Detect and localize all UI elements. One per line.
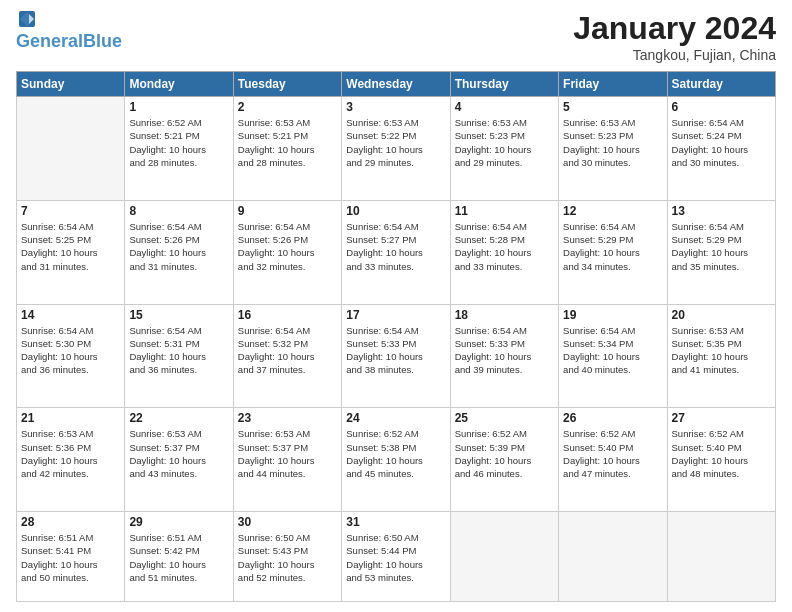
page: GeneralBlue January 2024 Tangkou, Fujian…	[0, 0, 792, 612]
day-number: 28	[21, 515, 120, 529]
calendar-cell: 19Sunrise: 6:54 AMSunset: 5:34 PMDayligh…	[559, 304, 667, 408]
week-row-2: 7Sunrise: 6:54 AMSunset: 5:25 PMDaylight…	[17, 200, 776, 304]
calendar-cell: 8Sunrise: 6:54 AMSunset: 5:26 PMDaylight…	[125, 200, 233, 304]
day-number: 22	[129, 411, 228, 425]
calendar-cell: 5Sunrise: 6:53 AMSunset: 5:23 PMDaylight…	[559, 97, 667, 201]
day-number: 17	[346, 308, 445, 322]
calendar-cell: 2Sunrise: 6:53 AMSunset: 5:21 PMDaylight…	[233, 97, 341, 201]
day-info: Sunrise: 6:54 AMSunset: 5:28 PMDaylight:…	[455, 220, 554, 273]
location: Tangkou, Fujian, China	[573, 47, 776, 63]
month-title: January 2024	[573, 10, 776, 47]
calendar-cell: 10Sunrise: 6:54 AMSunset: 5:27 PMDayligh…	[342, 200, 450, 304]
logo: GeneralBlue	[16, 10, 122, 52]
col-header-tuesday: Tuesday	[233, 72, 341, 97]
day-info: Sunrise: 6:53 AMSunset: 5:23 PMDaylight:…	[455, 116, 554, 169]
day-number: 21	[21, 411, 120, 425]
day-info: Sunrise: 6:54 AMSunset: 5:26 PMDaylight:…	[129, 220, 228, 273]
calendar-cell: 11Sunrise: 6:54 AMSunset: 5:28 PMDayligh…	[450, 200, 558, 304]
day-number: 5	[563, 100, 662, 114]
col-header-saturday: Saturday	[667, 72, 775, 97]
day-info: Sunrise: 6:51 AMSunset: 5:42 PMDaylight:…	[129, 531, 228, 584]
day-info: Sunrise: 6:53 AMSunset: 5:37 PMDaylight:…	[238, 427, 337, 480]
calendar-cell: 29Sunrise: 6:51 AMSunset: 5:42 PMDayligh…	[125, 512, 233, 602]
day-info: Sunrise: 6:54 AMSunset: 5:29 PMDaylight:…	[563, 220, 662, 273]
day-info: Sunrise: 6:54 AMSunset: 5:33 PMDaylight:…	[346, 324, 445, 377]
calendar-cell: 3Sunrise: 6:53 AMSunset: 5:22 PMDaylight…	[342, 97, 450, 201]
calendar-cell: 31Sunrise: 6:50 AMSunset: 5:44 PMDayligh…	[342, 512, 450, 602]
calendar-header-row: SundayMondayTuesdayWednesdayThursdayFrid…	[17, 72, 776, 97]
logo-line1: General	[16, 31, 83, 51]
day-number: 11	[455, 204, 554, 218]
day-info: Sunrise: 6:53 AMSunset: 5:23 PMDaylight:…	[563, 116, 662, 169]
day-number: 24	[346, 411, 445, 425]
calendar-cell	[559, 512, 667, 602]
day-info: Sunrise: 6:54 AMSunset: 5:25 PMDaylight:…	[21, 220, 120, 273]
day-number: 10	[346, 204, 445, 218]
week-row-5: 28Sunrise: 6:51 AMSunset: 5:41 PMDayligh…	[17, 512, 776, 602]
day-number: 8	[129, 204, 228, 218]
calendar-cell: 17Sunrise: 6:54 AMSunset: 5:33 PMDayligh…	[342, 304, 450, 408]
calendar-cell: 25Sunrise: 6:52 AMSunset: 5:39 PMDayligh…	[450, 408, 558, 512]
day-number: 20	[672, 308, 771, 322]
day-number: 6	[672, 100, 771, 114]
calendar-cell: 14Sunrise: 6:54 AMSunset: 5:30 PMDayligh…	[17, 304, 125, 408]
title-block: January 2024 Tangkou, Fujian, China	[573, 10, 776, 63]
day-number: 3	[346, 100, 445, 114]
day-info: Sunrise: 6:54 AMSunset: 5:31 PMDaylight:…	[129, 324, 228, 377]
calendar-cell: 22Sunrise: 6:53 AMSunset: 5:37 PMDayligh…	[125, 408, 233, 512]
calendar-cell	[17, 97, 125, 201]
day-number: 9	[238, 204, 337, 218]
day-info: Sunrise: 6:50 AMSunset: 5:44 PMDaylight:…	[346, 531, 445, 584]
calendar-cell: 6Sunrise: 6:54 AMSunset: 5:24 PMDaylight…	[667, 97, 775, 201]
day-number: 13	[672, 204, 771, 218]
day-info: Sunrise: 6:52 AMSunset: 5:38 PMDaylight:…	[346, 427, 445, 480]
day-number: 12	[563, 204, 662, 218]
calendar-cell: 9Sunrise: 6:54 AMSunset: 5:26 PMDaylight…	[233, 200, 341, 304]
day-info: Sunrise: 6:52 AMSunset: 5:40 PMDaylight:…	[672, 427, 771, 480]
header: GeneralBlue January 2024 Tangkou, Fujian…	[16, 10, 776, 63]
calendar-cell: 13Sunrise: 6:54 AMSunset: 5:29 PMDayligh…	[667, 200, 775, 304]
day-number: 16	[238, 308, 337, 322]
col-header-thursday: Thursday	[450, 72, 558, 97]
day-number: 15	[129, 308, 228, 322]
calendar-cell: 30Sunrise: 6:50 AMSunset: 5:43 PMDayligh…	[233, 512, 341, 602]
calendar-cell: 21Sunrise: 6:53 AMSunset: 5:36 PMDayligh…	[17, 408, 125, 512]
day-number: 2	[238, 100, 337, 114]
day-number: 27	[672, 411, 771, 425]
day-number: 29	[129, 515, 228, 529]
logo-icon	[18, 10, 36, 28]
logo-line2: Blue	[83, 31, 122, 51]
day-number: 25	[455, 411, 554, 425]
day-info: Sunrise: 6:52 AMSunset: 5:40 PMDaylight:…	[563, 427, 662, 480]
col-header-monday: Monday	[125, 72, 233, 97]
day-info: Sunrise: 6:54 AMSunset: 5:30 PMDaylight:…	[21, 324, 120, 377]
day-info: Sunrise: 6:50 AMSunset: 5:43 PMDaylight:…	[238, 531, 337, 584]
day-info: Sunrise: 6:52 AMSunset: 5:21 PMDaylight:…	[129, 116, 228, 169]
col-header-sunday: Sunday	[17, 72, 125, 97]
day-number: 26	[563, 411, 662, 425]
day-info: Sunrise: 6:51 AMSunset: 5:41 PMDaylight:…	[21, 531, 120, 584]
calendar-cell: 15Sunrise: 6:54 AMSunset: 5:31 PMDayligh…	[125, 304, 233, 408]
week-row-3: 14Sunrise: 6:54 AMSunset: 5:30 PMDayligh…	[17, 304, 776, 408]
day-info: Sunrise: 6:52 AMSunset: 5:39 PMDaylight:…	[455, 427, 554, 480]
day-number: 14	[21, 308, 120, 322]
day-info: Sunrise: 6:54 AMSunset: 5:24 PMDaylight:…	[672, 116, 771, 169]
calendar-cell	[667, 512, 775, 602]
calendar-cell: 12Sunrise: 6:54 AMSunset: 5:29 PMDayligh…	[559, 200, 667, 304]
calendar-cell: 16Sunrise: 6:54 AMSunset: 5:32 PMDayligh…	[233, 304, 341, 408]
calendar-cell: 20Sunrise: 6:53 AMSunset: 5:35 PMDayligh…	[667, 304, 775, 408]
calendar-cell: 26Sunrise: 6:52 AMSunset: 5:40 PMDayligh…	[559, 408, 667, 512]
day-number: 1	[129, 100, 228, 114]
calendar-cell	[450, 512, 558, 602]
day-number: 7	[21, 204, 120, 218]
day-info: Sunrise: 6:54 AMSunset: 5:27 PMDaylight:…	[346, 220, 445, 273]
day-number: 31	[346, 515, 445, 529]
day-info: Sunrise: 6:54 AMSunset: 5:34 PMDaylight:…	[563, 324, 662, 377]
day-number: 18	[455, 308, 554, 322]
day-info: Sunrise: 6:53 AMSunset: 5:21 PMDaylight:…	[238, 116, 337, 169]
calendar-cell: 28Sunrise: 6:51 AMSunset: 5:41 PMDayligh…	[17, 512, 125, 602]
day-number: 4	[455, 100, 554, 114]
calendar-cell: 24Sunrise: 6:52 AMSunset: 5:38 PMDayligh…	[342, 408, 450, 512]
week-row-1: 1Sunrise: 6:52 AMSunset: 5:21 PMDaylight…	[17, 97, 776, 201]
day-info: Sunrise: 6:54 AMSunset: 5:26 PMDaylight:…	[238, 220, 337, 273]
